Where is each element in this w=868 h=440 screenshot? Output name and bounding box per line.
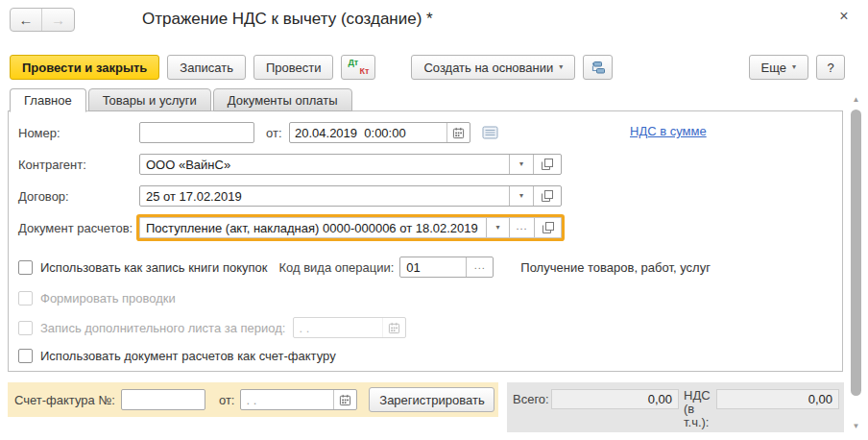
scrollbar-thumb[interactable] <box>851 110 861 396</box>
extra-sheet-date-input <box>294 318 382 337</box>
close-button[interactable]: × <box>833 6 855 27</box>
scroll-up-button[interactable]: ▲ <box>849 94 863 106</box>
main-form-panel: Номер: от: НДС в сумме Контрагент: ▾ <box>8 110 843 372</box>
register-invoice-button[interactable]: Зарегистрировать <box>369 387 494 412</box>
settlement-doc-field: ▾ ... <box>139 217 562 238</box>
contract-row: Договор: ▾ <box>9 185 842 207</box>
document-list-icon[interactable] <box>482 126 498 139</box>
settlement-doc-label: Документ расчетов: <box>18 221 139 235</box>
tab-goods-services[interactable]: Товары и услуги <box>88 88 211 111</box>
scroll-down-button[interactable]: ▼ <box>849 421 863 432</box>
dropdown-button[interactable]: ▾ <box>509 186 533 206</box>
document-date-input[interactable] <box>290 123 446 142</box>
tab-payment-documents[interactable]: Документы оплаты <box>213 88 352 111</box>
vat-in-total-link[interactable]: НДС в сумме <box>630 124 707 138</box>
total-label: Всего: <box>513 392 549 406</box>
dropdown-button[interactable]: ▾ <box>486 218 509 237</box>
total-value: 0,00 <box>551 389 679 409</box>
invoice-register-bar: Счет-фактура №: от: Зарегистрировать <box>8 382 498 417</box>
save-button[interactable]: Записать <box>167 55 246 80</box>
chevron-down-icon: ▾ <box>495 224 499 232</box>
settlement-doc-input[interactable] <box>140 218 486 237</box>
chevron-down-icon: ▾ <box>559 63 563 71</box>
scroll-up-icon: ▲ <box>853 95 860 104</box>
postings-label: Формировать проводки <box>40 291 176 306</box>
create-based-on-label: Создать на основании <box>423 61 553 75</box>
calendar-button[interactable] <box>446 123 470 142</box>
open-icon <box>542 190 553 202</box>
document-structure-button[interactable] <box>583 55 613 80</box>
invoice-date-label: от: <box>219 393 235 407</box>
structure-icon <box>590 60 606 75</box>
extra-sheet-label: Запись дополнительного листа за период: <box>40 321 285 335</box>
chevron-down-icon: ▾ <box>792 63 796 71</box>
more-button[interactable]: Еще ▾ <box>749 55 808 80</box>
settlement-doc-row: Документ расчетов: ▾ ... <box>9 217 842 238</box>
counterparty-label: Контрагент: <box>18 158 139 172</box>
dropdown-button[interactable]: ▾ <box>509 155 533 174</box>
open-button[interactable] <box>533 155 561 174</box>
op-code-field: ... <box>399 257 494 278</box>
extra-sheet-checkbox <box>18 321 33 335</box>
calendar-button[interactable] <box>333 390 356 409</box>
dt-label: Дт <box>348 59 358 67</box>
vertical-scrollbar: ▲ ▼ <box>849 94 863 432</box>
vat-value: 0,00 <box>716 389 839 409</box>
invoice-number-input[interactable] <box>121 389 205 410</box>
tab-bar: Главное Товары и услуги Документы оплаты <box>10 88 352 112</box>
contract-field: ▾ <box>139 185 562 207</box>
invoice-date-input[interactable] <box>241 390 333 409</box>
counterparty-field: ▾ <box>139 154 562 175</box>
contract-input[interactable] <box>140 186 509 206</box>
calendar-icon <box>388 322 400 334</box>
toolbar: Провести и закрыть Записать Провести Дт … <box>10 54 845 81</box>
use-as-invoice-row: Использовать документ расчетов как счет-… <box>9 349 842 363</box>
more-label: Еще <box>761 61 786 75</box>
tab-main[interactable]: Главное <box>10 88 86 112</box>
open-icon <box>542 222 554 233</box>
back-button[interactable]: ← <box>11 9 42 31</box>
document-date-field <box>289 122 470 143</box>
date-label: от: <box>266 126 285 140</box>
create-based-on-button[interactable]: Создать на основании ▾ <box>411 55 575 80</box>
extra-sheet-date-field <box>293 317 406 338</box>
calendar-icon <box>452 127 465 139</box>
kt-label: Кт <box>360 67 370 76</box>
op-code-input[interactable] <box>400 257 466 277</box>
op-code-description: Получение товаров, работ, услуг <box>520 260 711 275</box>
postings-row: Формировать проводки <box>9 291 842 306</box>
op-code-label: Код вида операции: <box>278 260 394 275</box>
post-and-close-button[interactable]: Провести и закрыть <box>10 55 159 80</box>
post-and-close-label: Провести и закрыть <box>22 61 147 75</box>
history-nav: ← → <box>10 8 75 32</box>
number-date-row: Номер: от: НДС в сумме <box>9 122 842 143</box>
open-button[interactable] <box>534 218 561 237</box>
register-invoice-label: Зарегистрировать <box>379 393 484 407</box>
purchase-book-checkbox[interactable] <box>18 260 33 275</box>
dtkt-icon: Дт Кт <box>348 59 369 76</box>
op-code-ellipsis-button[interactable]: ... <box>466 257 493 277</box>
use-as-invoice-checkbox[interactable] <box>18 349 33 363</box>
contract-label: Договор: <box>18 189 139 204</box>
ellipsis-button[interactable]: ... <box>509 218 534 237</box>
save-label: Записать <box>180 61 233 75</box>
help-button[interactable]: ? <box>816 55 845 80</box>
help-label: ? <box>827 61 833 75</box>
scroll-down-icon: ▼ <box>853 422 860 430</box>
counterparty-input[interactable] <box>140 155 509 174</box>
invoice-number-label: Счет-фактура №: <box>14 393 115 407</box>
use-as-invoice-label: Использовать документ расчетов как счет-… <box>40 349 336 363</box>
extra-sheet-row: Запись дополнительного листа за период: <box>9 317 842 338</box>
invoice-date-field <box>240 389 357 410</box>
postings-checkbox <box>18 291 33 306</box>
open-button[interactable] <box>533 186 561 206</box>
forward-button[interactable]: → <box>42 9 74 31</box>
show-postings-button[interactable]: Дт Кт <box>341 55 375 80</box>
document-window: ← → Отражение НДС к вычету (создание) * … <box>0 0 868 440</box>
number-input[interactable] <box>139 122 254 143</box>
close-icon: × <box>839 8 848 24</box>
post-button[interactable]: Провести <box>253 55 334 80</box>
forward-icon: → <box>51 12 65 28</box>
totals-bar: Всего: 0,00 НДС (в т.ч.): 0,00 <box>507 382 844 432</box>
chevron-down-icon: ▾ <box>519 192 523 200</box>
